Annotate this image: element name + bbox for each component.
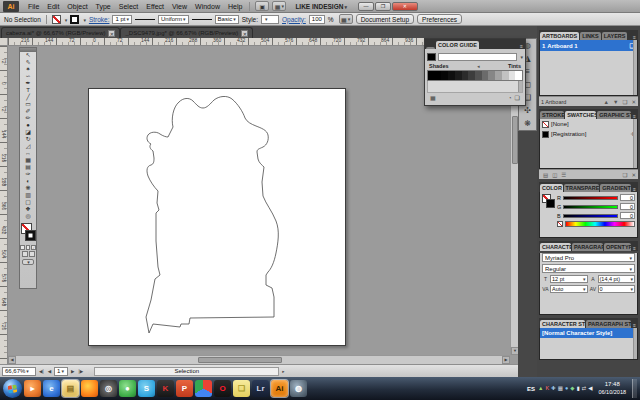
color-variation-swatch[interactable] [462,71,469,80]
menu-item[interactable]: View [168,3,191,10]
tab-stroke[interactable]: STROKE [540,111,564,119]
sticky-notes-icon[interactable]: ❏ [233,380,250,397]
draw-normal-icon[interactable] [22,251,28,257]
launch-bridge-icon[interactable]: ▣ [255,1,269,11]
status-menu-icon[interactable]: ▸ [281,369,285,374]
color-spectrum-bar[interactable] [565,221,635,227]
base-color-chip[interactable] [427,53,436,61]
menu-item[interactable]: Type [92,3,115,10]
direct-selection-tool[interactable]: ⇖ [20,59,36,66]
internet-explorer-icon[interactable]: e [43,380,60,397]
fill-color-swatch[interactable] [52,15,61,24]
save-group-icon[interactable]: ❏ [515,94,520,101]
eyedropper-tool[interactable]: ✑ [20,171,36,178]
panel-scrollbar[interactable] [633,119,637,168]
tab-links[interactable]: LINKS [580,32,601,40]
artboard-nav-field[interactable]: 1 [54,367,68,376]
tab-paragraph-styles[interactable]: PARAGRAPH STYLES [586,320,631,328]
delete-swatch-icon[interactable]: ✕ [631,172,636,178]
tab-paragraph[interactable]: PARAGRAPH [572,243,603,251]
color-variation-swatch[interactable] [488,71,495,80]
paintbrush-tool[interactable]: ✐ [20,108,36,115]
next-artboard-icon[interactable]: ▶ [70,369,75,374]
menu-item[interactable]: Window [191,3,224,10]
swatch-libraries-icon[interactable]: ▤ [543,172,548,178]
pen-tool[interactable]: ✒ [20,80,36,87]
character-style-item[interactable]: [Normal Character Style] [540,328,637,338]
width-tool[interactable]: ↔ [20,150,36,157]
kaspersky-icon[interactable]: K [157,380,174,397]
kaspersky-tray-icon[interactable]: K [546,386,550,391]
rotate-tool[interactable]: ↻ [20,136,36,143]
font-family-select[interactable]: Myriad Pro [542,253,635,262]
panel-menu-icon[interactable]: ≡ [519,43,524,49]
stroke-swatch[interactable] [25,230,36,241]
stroke-weight-field[interactable]: 1 pt [112,15,132,24]
color-mode-icon[interactable] [20,245,25,250]
windows-explorer-icon[interactable]: ▤ [62,380,79,397]
app-logo-icon[interactable]: Ai [3,1,19,12]
opacity-field[interactable]: 100 [309,15,325,24]
last-artboard-icon[interactable]: |▶ [78,369,85,374]
arrange-documents-icon[interactable]: ▦ [272,1,286,11]
ruler-origin-corner[interactable] [0,38,8,46]
kerning-field[interactable]: Auto [550,285,588,293]
blob-brush-tool[interactable]: ● [20,122,36,129]
gradient-tool[interactable]: ▤ [20,164,36,171]
tab-color-guide[interactable]: COLOR GUIDE [436,41,479,49]
edit-colors-icon[interactable]: ◔ [508,95,512,101]
color-variation-swatch[interactable] [448,71,455,80]
restore-button[interactable]: ❐ [375,2,391,11]
font-size-field[interactable]: 12 pt [550,275,588,283]
brush-select[interactable]: Basic [215,15,239,24]
swatch-options-icon[interactable]: ☰ [561,172,566,178]
tab-artboards[interactable]: ARTBOARDS [540,32,579,40]
channel-slider[interactable] [563,214,618,218]
color-variation-swatch[interactable] [495,71,502,80]
webcam-app-icon[interactable]: ◎ [100,380,117,397]
symbol-sprayer-tool[interactable]: ❋ [20,185,36,192]
panel-scrollbar[interactable] [633,40,637,95]
hidden-tab[interactable] [426,47,435,49]
volume-tray-icon[interactable]: ◀ [588,386,592,391]
limit-library-icon[interactable]: ▦ [430,94,436,101]
harmony-rules-caret-icon[interactable] [519,53,523,60]
stroke-color-swatch[interactable] [70,15,79,24]
magic-wand-tool[interactable]: ✶ [20,66,36,73]
network-tray-icon[interactable]: ▮ [577,386,580,391]
leading-field[interactable]: (14,4 pt) [598,275,636,283]
chrome-icon[interactable] [195,380,212,397]
fill-stroke-indicator[interactable] [542,194,555,208]
mesh-tool[interactable]: ▦ [20,157,36,164]
scroll-thumb[interactable] [198,357,282,363]
firefox-icon[interactable] [81,380,98,397]
new-swatch-icon[interactable]: ❏ [622,172,627,178]
tab-opentype[interactable]: OPENTYPE [604,243,631,251]
gradient-mode-icon[interactable] [26,245,31,250]
panel-menu-icon[interactable]: ≡ [632,245,637,251]
rectangle-tool[interactable]: ▭ [20,101,36,108]
artboard-tool[interactable]: ▢ [20,199,36,206]
tracking-field[interactable]: 0 [598,285,636,293]
artboard-list-item[interactable]: 1 Artboard 1 ❏ [540,40,637,51]
recolor-artwork-icon[interactable]: ▦ [339,14,353,24]
lightroom-icon[interactable]: Lr [252,380,269,397]
tab-swatches[interactable]: SWATCHES [565,111,596,119]
pencil-tool[interactable]: ✏ [20,115,36,122]
color-variation-swatch[interactable] [502,71,509,80]
panel-scrollbar[interactable] [518,81,522,92]
taskbar-clock[interactable]: 17:48 06/10/2018 [598,381,626,395]
tab-character-styles[interactable]: CHARACTER STYLES [540,320,585,328]
bluetooth-tray-icon[interactable]: ● [565,386,568,391]
color-variation-swatch[interactable] [428,71,435,80]
document-tab[interactable]: _DSC9479.jpg* @ 66,67% (RGB/Preview) ✕ [120,27,253,38]
antivirus-tray-icon[interactable]: ◆ [570,386,574,391]
minimize-button[interactable]: — [358,2,374,11]
none-color-chip[interactable] [557,221,563,227]
style-select[interactable] [261,15,279,24]
scroll-right-icon[interactable]: ▶ [502,356,510,364]
move-down-icon[interactable]: ▼ [613,99,618,105]
channel-slider[interactable] [563,205,618,209]
start-button[interactable] [3,379,22,398]
swatch-row[interactable]: [Registration] ✛ [540,129,637,139]
